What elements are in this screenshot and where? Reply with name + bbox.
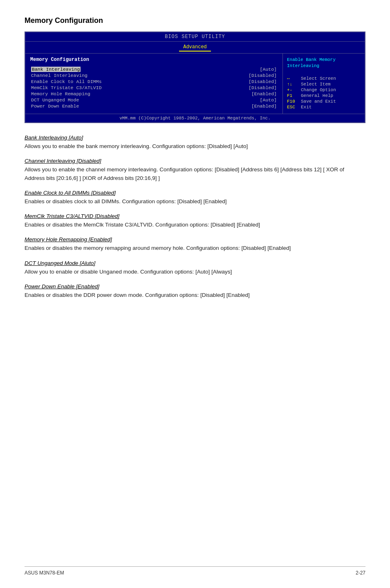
doc-heading-6: Power Down Enable [Enabled]	[25, 283, 365, 290]
key-arrows-ud: ↑↓	[287, 82, 298, 87]
bios-footer: vMM.mm (C)Copyright 1985-2002, American …	[25, 114, 365, 122]
bios-key-row: ↔ Select Screen	[287, 76, 361, 81]
key-action-5: Exit	[301, 105, 312, 110]
key-action-4: Save and Exit	[301, 99, 336, 104]
bios-key-row: ESC Exit	[287, 105, 361, 110]
footer-brand: ASUS M3N78-EM	[25, 570, 64, 576]
key-action-3: General Help	[301, 93, 333, 98]
bios-item[interactable]: Power Down Enable [Enabled]	[31, 103, 277, 109]
doc-section-3: MemClk Tristate C3/ALTVID [Disabled] Ena…	[25, 213, 365, 229]
key-f1: F1	[287, 93, 298, 98]
doc-heading-2: Enable Clock to All DIMMs [Disabled]	[25, 190, 365, 196]
key-action-0: Select Screen	[301, 76, 336, 81]
bios-nav-advanced[interactable]: Advanced	[179, 43, 211, 52]
bios-key-row: F10 Save and Exit	[287, 99, 361, 104]
bios-help-text: Enable Bank Memory Interleaving	[287, 57, 361, 70]
key-action-2: Change Option	[301, 88, 336, 92]
bios-key-row: +- Change Option	[287, 88, 361, 92]
bios-item-name-4: Memory Hole Remapping	[31, 91, 90, 97]
doc-section-6: Power Down Enable [Enabled] Enables or d…	[25, 283, 365, 299]
bios-left-panel: Memory Configuration Bank Interleaving […	[25, 54, 283, 114]
bios-item[interactable]: MemClk Tristate C3/ATLVID [Disabled]	[31, 85, 277, 90]
key-esc: ESC	[287, 105, 298, 110]
doc-section-0: Bank Interleaving [Auto] Allows you to e…	[25, 135, 365, 150]
doc-heading-4: Memory Hole Remapping [Enabled]	[25, 236, 365, 242]
bios-item-value-0: [Auto]	[260, 67, 277, 72]
bios-item-value-4: [Enabled]	[251, 91, 277, 97]
bios-item-value-3: [Disabled]	[249, 85, 277, 90]
doc-section-1: Channel Interleaving [Disabled] Allows y…	[25, 158, 365, 182]
doc-body-1: Allows you to enable the channel memory …	[25, 166, 365, 182]
doc-body-6: Enables or disables the DDR power down m…	[25, 291, 365, 299]
bios-item-name-6: Power Down Enable	[31, 103, 79, 109]
doc-body-3: Enables or disables the MemClk Tristate …	[25, 221, 365, 229]
key-action-1: Select Item	[301, 82, 331, 87]
bios-section-title: Memory Configuration	[30, 57, 278, 63]
bios-item[interactable]: Channel Interleaving [Disabled]	[31, 73, 277, 78]
bios-item[interactable]: Bank Interleaving [Auto]	[31, 67, 277, 72]
doc-heading-5: DCT Unganged Mode [Aluto]	[25, 260, 365, 266]
page-title: Memory Configuration	[25, 16, 365, 25]
key-arrows-lr: ↔	[287, 76, 298, 81]
bios-item-value-1: [Disabled]	[249, 73, 277, 78]
doc-heading-3: MemClk Tristate C3/ALTVID [Disabled]	[25, 213, 365, 219]
doc-body-5: Allow you to enable or disable Unganed m…	[25, 268, 365, 276]
bios-item-value-2: [Disabled]	[249, 79, 277, 84]
bios-keys: ↔ Select Screen ↑↓ Select Item +- Change…	[287, 76, 361, 110]
key-f10: F10	[287, 99, 298, 104]
page-footer: ASUS M3N78-EM 2-27	[25, 566, 365, 576]
doc-heading-0: Bank Interleaving [Auto]	[25, 135, 365, 141]
doc-body-0: Allows you to enable the bank memory int…	[25, 142, 365, 150]
bios-key-row: ↑↓ Select Item	[287, 82, 361, 87]
bios-item[interactable]: Enable Clock to All DIMMs [Disabled]	[31, 79, 277, 84]
bios-nav: Advanced	[25, 42, 365, 54]
footer-page: 2-27	[356, 570, 365, 576]
bios-item[interactable]: Memory Hole Remapping [Enabled]	[31, 91, 277, 97]
bios-item-name-0: Bank Interleaving	[31, 67, 81, 72]
bios-items-table: Bank Interleaving [Auto] Channel Interle…	[30, 66, 278, 110]
bios-key-row: F1 General Help	[287, 93, 361, 98]
bios-item-value-5: [Auto]	[260, 97, 277, 103]
bios-header: BIOS SETUP UTILITY	[25, 32, 365, 42]
bios-item-name-2: Enable Clock to All DIMMs	[31, 79, 102, 84]
doc-body-4: Enables or disables the memory remapping…	[25, 244, 365, 252]
doc-heading-1: Channel Interleaving [Disabled]	[25, 158, 365, 164]
doc-section-5: DCT Unganged Mode [Aluto] Allow you to e…	[25, 260, 365, 276]
doc-section-4: Memory Hole Remapping [Enabled] Enables …	[25, 236, 365, 252]
bios-item-name-3: MemClk Tristate C3/ATLVID	[31, 85, 102, 90]
bios-item-name-5: DCT Unganged Mode	[31, 97, 79, 103]
bios-right-panel: Enable Bank Memory Interleaving ↔ Select…	[283, 54, 365, 114]
bios-body: Memory Configuration Bank Interleaving […	[25, 54, 365, 114]
bios-item-value-6: [Enabled]	[251, 103, 277, 109]
key-plusminus: +-	[287, 88, 298, 92]
doc-body-2: Enables or disables clock to all DIMMs. …	[25, 197, 365, 206]
bios-item[interactable]: DCT Unganged Mode [Auto]	[31, 97, 277, 103]
bios-screen: BIOS SETUP UTILITY Advanced Memory Confi…	[25, 31, 365, 123]
bios-item-name-1: Channel Interleaving	[31, 73, 87, 78]
doc-section-2: Enable Clock to All DIMMs [Disabled] Ena…	[25, 190, 365, 206]
